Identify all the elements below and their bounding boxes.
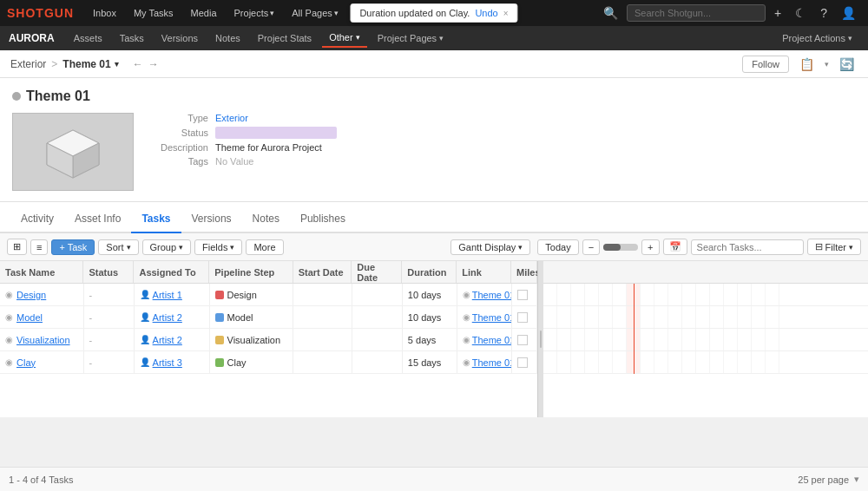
nav-inbox[interactable]: Inbox: [86, 4, 123, 22]
today-button[interactable]: Today: [537, 239, 578, 255]
task-due-cell: [352, 306, 403, 328]
tab-versions[interactable]: Versions: [181, 206, 242, 233]
task-milestone-cell: [512, 351, 537, 373]
group-button[interactable]: Group ▾: [142, 239, 192, 255]
task-status-icon: ◉: [5, 357, 13, 367]
task-pipeline-cell: Design: [210, 284, 294, 305]
nav-all-pages[interactable]: All Pages ▾: [285, 4, 345, 22]
search-tasks-input[interactable]: [691, 239, 804, 255]
entity-link[interactable]: Theme 01 -: [472, 357, 512, 368]
entity-link[interactable]: Theme 01 -: [472, 335, 512, 345]
field-tags: Tags No Value: [148, 156, 337, 167]
tab-publishes[interactable]: Publishes: [290, 206, 356, 233]
global-search-input[interactable]: [627, 4, 766, 22]
task-name-link[interactable]: Clay: [16, 357, 36, 368]
breadcrumb-parent[interactable]: Exterior: [10, 58, 46, 70]
nav-prev-button[interactable]: ←: [133, 58, 143, 70]
status-bar[interactable]: [215, 127, 337, 139]
proj-nav-notes[interactable]: Notes: [208, 29, 247, 47]
task-status-cell: -: [84, 351, 135, 373]
gantt-cell: [654, 329, 668, 350]
proj-nav-assets[interactable]: Assets: [67, 29, 109, 47]
add-icon[interactable]: +: [769, 6, 786, 20]
task-name-link[interactable]: Design: [16, 290, 46, 300]
task-start-cell: [293, 284, 352, 305]
proj-nav-project-stats[interactable]: Project Stats: [251, 29, 319, 47]
milestone-checkbox[interactable]: [517, 357, 528, 368]
chevron-down-icon: ▾: [230, 243, 234, 252]
th-task-name: Task Name: [0, 261, 83, 283]
user-avatar[interactable]: 👤: [836, 6, 861, 20]
gantt-cell: [571, 284, 585, 305]
refresh-icon[interactable]: 🔄: [836, 56, 858, 73]
task-name-cell: ◉ Design: [0, 284, 84, 305]
gantt-display-button[interactable]: Gantt Display ▾: [450, 239, 530, 255]
help-icon[interactable]: ?: [815, 6, 832, 20]
close-notification-button[interactable]: ×: [503, 9, 509, 18]
proj-nav-tasks[interactable]: Tasks: [113, 29, 151, 47]
entity-link[interactable]: Theme 01: [472, 290, 512, 300]
task-name-link[interactable]: Visualization: [16, 335, 70, 345]
gantt-cell: [543, 351, 557, 373]
artist-link[interactable]: Artist 2: [153, 312, 182, 323]
proj-nav-other[interactable]: Other ▾: [322, 29, 367, 48]
tab-tasks[interactable]: Tasks: [131, 206, 181, 233]
fields-button[interactable]: Fields ▾: [194, 239, 242, 255]
tab-asset-info[interactable]: Asset Info: [64, 206, 131, 233]
task-status-cell: -: [84, 306, 135, 328]
chevron-down-icon[interactable]: ▾: [115, 60, 119, 69]
gantt-cell: [654, 284, 668, 305]
add-task-button[interactable]: + Task: [51, 239, 95, 255]
night-mode-icon[interactable]: ☾: [790, 6, 812, 20]
gantt-cell: [613, 351, 627, 373]
chevron-down-icon[interactable]: ▾: [825, 60, 829, 69]
pipeline-color-dot: [215, 358, 224, 367]
sort-button[interactable]: Sort ▾: [98, 239, 138, 255]
table-row: ◉ Clay - 👤 Artist 3 Clay 15 days ◉ Theme…: [0, 351, 537, 374]
nav-my-tasks[interactable]: My Tasks: [127, 4, 181, 22]
milestone-checkbox[interactable]: [517, 312, 528, 323]
milestone-checkbox[interactable]: [517, 290, 528, 300]
project-actions-button[interactable]: Project Actions ▾: [775, 29, 859, 47]
list-view-button[interactable]: ≡: [30, 239, 48, 255]
search-icon[interactable]: 🔍: [598, 6, 623, 20]
user-icon: 👤: [140, 290, 150, 299]
proj-nav-versions[interactable]: Versions: [155, 29, 205, 47]
zoom-in-button[interactable]: +: [641, 239, 659, 255]
task-pipeline-cell: Clay: [210, 351, 294, 373]
th-pipeline: Pipeline Step: [209, 261, 293, 283]
proj-nav-project-pages[interactable]: Project Pages ▾: [371, 29, 450, 47]
undo-button[interactable]: Undo: [475, 8, 497, 18]
tab-notes[interactable]: Notes: [242, 206, 290, 233]
nav-media[interactable]: Media: [184, 4, 224, 22]
artist-link[interactable]: Artist 3: [153, 357, 182, 368]
gantt-cell: [710, 329, 724, 350]
follow-button[interactable]: Follow: [742, 56, 789, 73]
task-name-link[interactable]: Model: [16, 312, 43, 323]
milestone-checkbox[interactable]: [517, 335, 528, 345]
more-button[interactable]: More: [246, 239, 283, 255]
gantt-cell: [543, 306, 557, 328]
calendar-icon[interactable]: 📅: [663, 239, 687, 255]
tab-activity[interactable]: Activity: [10, 206, 64, 233]
entity-fields: Type Exterior Status Description Theme f…: [148, 113, 337, 191]
filter-button[interactable]: ⊟ Filter ▾: [807, 239, 861, 255]
task-duration-cell: 10 days: [403, 284, 457, 305]
artist-link[interactable]: Artist 1: [153, 290, 182, 300]
nav-next-button[interactable]: →: [148, 58, 159, 70]
gantt-cell: [654, 306, 668, 328]
entity-link[interactable]: Theme 01: [472, 312, 512, 323]
artist-link[interactable]: Artist 2: [153, 335, 182, 345]
gantt-cell: [752, 329, 766, 350]
copy-link-icon[interactable]: 📋: [796, 56, 818, 73]
task-status-cell: -: [84, 329, 135, 350]
grid-view-button[interactable]: ⊞: [7, 239, 27, 255]
nav-projects[interactable]: Projects ▾: [227, 4, 282, 22]
chevron-down-icon[interactable]: ▾: [854, 474, 859, 485]
zoom-out-button[interactable]: −: [582, 239, 600, 255]
gantt-cell: [682, 351, 696, 373]
gantt-cell: [571, 306, 585, 328]
th-status: Status: [83, 261, 134, 283]
gantt-cell: [585, 351, 599, 373]
gantt-header: Feb 20Mar 20Apr 206916232916233061320274…: [543, 261, 868, 284]
